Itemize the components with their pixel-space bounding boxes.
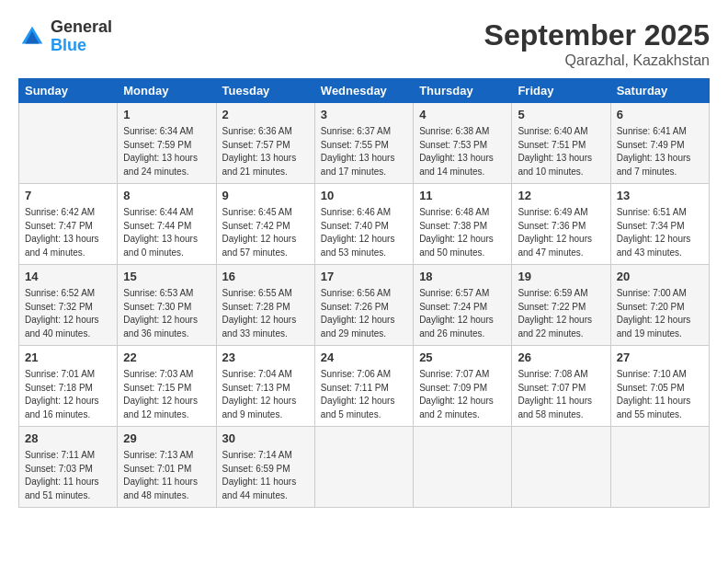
day-info: Sunrise: 6:38 AMSunset: 7:53 PMDaylight:… xyxy=(419,125,506,178)
calendar-cell: 14 Sunrise: 6:52 AMSunset: 7:32 PMDaylig… xyxy=(19,265,118,346)
calendar-cell: 11 Sunrise: 6:48 AMSunset: 7:38 PMDaylig… xyxy=(414,184,512,265)
day-number: 5 xyxy=(518,107,604,123)
col-wednesday: Wednesday xyxy=(314,79,413,103)
day-info: Sunrise: 7:00 AMSunset: 7:20 PMDaylight:… xyxy=(617,287,703,340)
calendar-cell: 26 Sunrise: 7:08 AMSunset: 7:07 PMDaylig… xyxy=(512,346,610,427)
day-info: Sunrise: 7:14 AMSunset: 6:59 PMDaylight:… xyxy=(222,449,309,502)
calendar-cell: 13 Sunrise: 6:51 AMSunset: 7:34 PMDaylig… xyxy=(610,184,709,265)
calendar-cell: 16 Sunrise: 6:55 AMSunset: 7:28 PMDaylig… xyxy=(216,265,314,346)
calendar-week-4: 21 Sunrise: 7:01 AMSunset: 7:18 PMDaylig… xyxy=(19,346,710,427)
calendar-cell: 21 Sunrise: 7:01 AMSunset: 7:18 PMDaylig… xyxy=(19,346,118,427)
day-number: 1 xyxy=(123,107,210,123)
day-info: Sunrise: 7:04 AMSunset: 7:13 PMDaylight:… xyxy=(222,368,309,421)
calendar-week-2: 7 Sunrise: 6:42 AMSunset: 7:47 PMDayligh… xyxy=(19,184,710,265)
day-number: 19 xyxy=(518,269,604,285)
location: Qarazhal, Kazakhstan xyxy=(484,52,710,69)
day-info: Sunrise: 6:59 AMSunset: 7:22 PMDaylight:… xyxy=(518,287,604,340)
day-number: 12 xyxy=(518,188,604,204)
day-info: Sunrise: 6:51 AMSunset: 7:34 PMDaylight:… xyxy=(617,206,703,259)
day-info: Sunrise: 6:53 AMSunset: 7:30 PMDaylight:… xyxy=(123,287,210,340)
calendar-week-5: 28 Sunrise: 7:11 AMSunset: 7:03 PMDaylig… xyxy=(19,427,710,508)
calendar-cell: 3 Sunrise: 6:37 AMSunset: 7:55 PMDayligh… xyxy=(314,103,413,184)
day-number: 3 xyxy=(321,107,407,123)
day-info: Sunrise: 6:57 AMSunset: 7:24 PMDaylight:… xyxy=(419,287,506,340)
calendar-cell: 27 Sunrise: 7:10 AMSunset: 7:05 PMDaylig… xyxy=(610,346,709,427)
day-number: 30 xyxy=(222,431,309,447)
day-number: 27 xyxy=(617,350,703,366)
day-number: 4 xyxy=(419,107,506,123)
day-info: Sunrise: 6:52 AMSunset: 7:32 PMDaylight:… xyxy=(25,287,111,340)
day-number: 25 xyxy=(419,350,506,366)
header: General Blue September 2025 Qarazhal, Ka… xyxy=(18,18,710,69)
day-number: 24 xyxy=(321,350,407,366)
day-info: Sunrise: 7:10 AMSunset: 7:05 PMDaylight:… xyxy=(617,368,703,421)
calendar-header-row: Sunday Monday Tuesday Wednesday Thursday… xyxy=(19,79,710,103)
col-thursday: Thursday xyxy=(414,79,512,103)
day-info: Sunrise: 7:06 AMSunset: 7:11 PMDaylight:… xyxy=(321,368,407,421)
day-info: Sunrise: 6:36 AMSunset: 7:57 PMDaylight:… xyxy=(222,125,309,178)
day-number: 26 xyxy=(518,350,604,366)
day-info: Sunrise: 6:44 AMSunset: 7:44 PMDaylight:… xyxy=(123,206,210,259)
calendar-cell: 25 Sunrise: 7:07 AMSunset: 7:09 PMDaylig… xyxy=(414,346,512,427)
day-number: 28 xyxy=(25,431,111,447)
col-sunday: Sunday xyxy=(19,79,118,103)
calendar-cell: 8 Sunrise: 6:44 AMSunset: 7:44 PMDayligh… xyxy=(118,184,216,265)
calendar-cell: 1 Sunrise: 6:34 AMSunset: 7:59 PMDayligh… xyxy=(118,103,216,184)
day-info: Sunrise: 6:48 AMSunset: 7:38 PMDaylight:… xyxy=(419,206,506,259)
day-number: 8 xyxy=(123,188,210,204)
day-number: 6 xyxy=(617,107,703,123)
calendar-cell: 24 Sunrise: 7:06 AMSunset: 7:11 PMDaylig… xyxy=(314,346,413,427)
day-info: Sunrise: 6:40 AMSunset: 7:51 PMDaylight:… xyxy=(518,125,604,178)
day-number: 21 xyxy=(25,350,111,366)
calendar-cell: 9 Sunrise: 6:45 AMSunset: 7:42 PMDayligh… xyxy=(216,184,314,265)
logo: General Blue xyxy=(18,18,112,55)
day-info: Sunrise: 7:08 AMSunset: 7:07 PMDaylight:… xyxy=(518,368,604,421)
col-friday: Friday xyxy=(512,79,610,103)
calendar-cell: 19 Sunrise: 6:59 AMSunset: 7:22 PMDaylig… xyxy=(512,265,610,346)
calendar-cell: 5 Sunrise: 6:40 AMSunset: 7:51 PMDayligh… xyxy=(512,103,610,184)
day-info: Sunrise: 6:37 AMSunset: 7:55 PMDaylight:… xyxy=(321,125,407,178)
col-monday: Monday xyxy=(118,79,216,103)
day-info: Sunrise: 7:13 AMSunset: 7:01 PMDaylight:… xyxy=(123,449,210,502)
logo-icon xyxy=(18,23,46,51)
day-info: Sunrise: 6:55 AMSunset: 7:28 PMDaylight:… xyxy=(222,287,309,340)
day-number: 16 xyxy=(222,269,309,285)
calendar-cell: 17 Sunrise: 6:56 AMSunset: 7:26 PMDaylig… xyxy=(314,265,413,346)
calendar-cell: 4 Sunrise: 6:38 AMSunset: 7:53 PMDayligh… xyxy=(414,103,512,184)
calendar-cell: 6 Sunrise: 6:41 AMSunset: 7:49 PMDayligh… xyxy=(610,103,709,184)
day-info: Sunrise: 6:34 AMSunset: 7:59 PMDaylight:… xyxy=(123,125,210,178)
day-info: Sunrise: 6:45 AMSunset: 7:42 PMDaylight:… xyxy=(222,206,309,259)
day-number: 18 xyxy=(419,269,506,285)
calendar-cell xyxy=(414,427,512,508)
page: General Blue September 2025 Qarazhal, Ka… xyxy=(0,0,728,563)
day-number: 7 xyxy=(25,188,111,204)
day-number: 17 xyxy=(321,269,407,285)
day-info: Sunrise: 7:03 AMSunset: 7:15 PMDaylight:… xyxy=(123,368,210,421)
day-info: Sunrise: 6:56 AMSunset: 7:26 PMDaylight:… xyxy=(321,287,407,340)
day-number: 23 xyxy=(222,350,309,366)
title-block: September 2025 Qarazhal, Kazakhstan xyxy=(484,18,710,69)
calendar-cell: 23 Sunrise: 7:04 AMSunset: 7:13 PMDaylig… xyxy=(216,346,314,427)
day-number: 14 xyxy=(25,269,111,285)
calendar-cell xyxy=(610,427,709,508)
calendar-cell: 2 Sunrise: 6:36 AMSunset: 7:57 PMDayligh… xyxy=(216,103,314,184)
day-number: 20 xyxy=(617,269,703,285)
calendar-cell: 29 Sunrise: 7:13 AMSunset: 7:01 PMDaylig… xyxy=(118,427,216,508)
calendar-cell xyxy=(19,103,118,184)
calendar-cell: 30 Sunrise: 7:14 AMSunset: 6:59 PMDaylig… xyxy=(216,427,314,508)
calendar-cell: 12 Sunrise: 6:49 AMSunset: 7:36 PMDaylig… xyxy=(512,184,610,265)
calendar-cell: 22 Sunrise: 7:03 AMSunset: 7:15 PMDaylig… xyxy=(118,346,216,427)
day-number: 15 xyxy=(123,269,210,285)
logo-text: General Blue xyxy=(51,18,112,55)
day-number: 11 xyxy=(419,188,506,204)
calendar-cell: 7 Sunrise: 6:42 AMSunset: 7:47 PMDayligh… xyxy=(19,184,118,265)
day-info: Sunrise: 6:49 AMSunset: 7:36 PMDaylight:… xyxy=(518,206,604,259)
calendar-cell xyxy=(314,427,413,508)
logo-blue: Blue xyxy=(51,37,112,55)
calendar-cell: 10 Sunrise: 6:46 AMSunset: 7:40 PMDaylig… xyxy=(314,184,413,265)
day-info: Sunrise: 6:41 AMSunset: 7:49 PMDaylight:… xyxy=(617,125,703,178)
calendar-week-1: 1 Sunrise: 6:34 AMSunset: 7:59 PMDayligh… xyxy=(19,103,710,184)
day-info: Sunrise: 6:42 AMSunset: 7:47 PMDaylight:… xyxy=(25,206,111,259)
day-info: Sunrise: 7:07 AMSunset: 7:09 PMDaylight:… xyxy=(419,368,506,421)
calendar-cell: 28 Sunrise: 7:11 AMSunset: 7:03 PMDaylig… xyxy=(19,427,118,508)
